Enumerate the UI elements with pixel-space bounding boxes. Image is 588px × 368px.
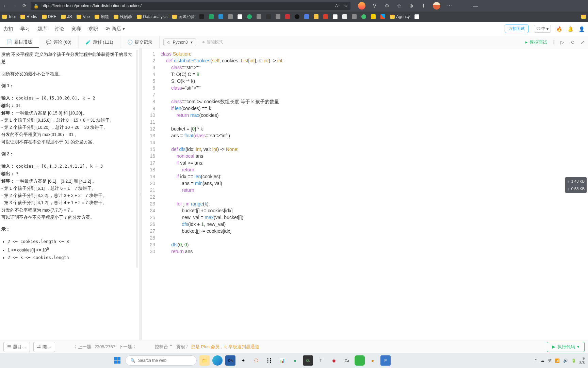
info-icon[interactable]: i xyxy=(553,40,554,45)
taskbar-app3-icon[interactable]: ┇┇ xyxy=(264,355,274,366)
taskbar-app2-icon[interactable]: ⎔ xyxy=(251,355,261,366)
taskbar-app4-icon[interactable]: 📊 xyxy=(277,355,287,366)
bookmark-icon-google[interactable] xyxy=(414,14,419,19)
address-bar[interactable]: 🔒 https://leetcode.cn/problems/fair-dist… xyxy=(31,2,350,10)
nav-discuss[interactable]: 讨论 xyxy=(54,26,64,32)
code-area[interactable]: class Solution: def distributeCookies(se… xyxy=(159,48,284,340)
more-icon[interactable]: ⋯ xyxy=(446,3,453,9)
taskbar-app10-icon[interactable]: P xyxy=(380,355,391,366)
bookmark-icon-y[interactable] xyxy=(314,14,318,19)
tray-lang-icon[interactable]: 英 xyxy=(548,358,552,363)
bookmark-js[interactable]: JS xyxy=(61,14,72,19)
mock-interview-button[interactable]: ▸ 模拟面试 xyxy=(525,39,547,45)
nav-problems[interactable]: 题库 xyxy=(37,26,47,32)
bookmark-shuati[interactable]: 刷题 xyxy=(95,14,109,20)
bookmark-icon-sheets[interactable] xyxy=(209,14,214,19)
taskbar-wechat-icon[interactable] xyxy=(355,355,365,366)
tab-solutions[interactable]: 🧪题解 (111) xyxy=(79,36,120,48)
bookmark-cankuqun[interactable]: 残酷群 xyxy=(114,14,132,20)
taskbar-store-icon[interactable]: 🛍 xyxy=(225,355,235,366)
bookmark-icon-red[interactable] xyxy=(285,14,290,19)
ext-v-icon[interactable]: V xyxy=(372,3,378,9)
bookmark-data-analysis[interactable]: Data analysis xyxy=(137,14,167,19)
downloads-icon[interactable]: ⭳ xyxy=(421,3,427,9)
reset-icon[interactable]: ⟲ xyxy=(570,40,574,45)
reader-icon[interactable]: A⁺ xyxy=(335,3,340,8)
taskbar-app5-icon[interactable]: ● xyxy=(290,355,300,366)
start-button[interactable] xyxy=(112,355,122,366)
bookmark-vue[interactable]: Vue xyxy=(77,14,90,19)
nav-store[interactable]: 🛍 商店 ▾ xyxy=(105,26,125,32)
taskbar-app1-icon[interactable]: ✦ xyxy=(238,355,248,366)
lang-toggle[interactable]: 🛡 中 ▾ xyxy=(534,25,551,33)
bookmark-icon-green2[interactable] xyxy=(361,14,366,19)
bookmark-icon-wiki[interactable] xyxy=(238,14,242,19)
collections-icon[interactable]: ⊕ xyxy=(408,3,414,9)
prev-problem-button[interactable]: 〈 上一题 xyxy=(72,344,91,350)
bookmark-tool[interactable]: Tool xyxy=(2,14,16,19)
bookmark-interview[interactable]: 面试经验 xyxy=(172,14,195,20)
bookmark-redis[interactable]: Redis xyxy=(20,14,37,19)
bookmark-icon-doc[interactable] xyxy=(342,14,347,19)
fire-icon[interactable]: 🔥 xyxy=(556,26,562,32)
run-icon[interactable]: ▷ xyxy=(560,40,564,45)
taskbar-clion-icon[interactable]: CL xyxy=(303,355,313,366)
bookmark-icon-misc1[interactable] xyxy=(228,14,233,19)
profile-avatar-icon[interactable] xyxy=(358,2,365,10)
tray-cloud-icon[interactable]: ☁ xyxy=(541,358,544,363)
taskbar-app8-icon[interactable]: 🗂 xyxy=(342,355,352,366)
tab-description[interactable]: 📄题目描述 xyxy=(0,36,39,48)
language-select[interactable]: ◇ Python3 ▾ xyxy=(163,39,196,46)
ext-cog-icon[interactable]: ⚙ xyxy=(384,3,390,9)
tray-wifi-icon[interactable]: 📶 xyxy=(555,358,560,363)
taskbar-edge-icon[interactable] xyxy=(212,355,223,366)
bookmark-icon-g[interactable] xyxy=(323,14,328,19)
taskbar-app9-icon[interactable]: ● xyxy=(368,355,378,366)
bookmark-icon-blue[interactable] xyxy=(304,14,309,19)
smart-mode-label[interactable]: 智能模式 xyxy=(202,39,223,45)
nav-refresh-icon[interactable]: ⟳ xyxy=(21,2,28,9)
nav-forward-icon[interactable]: → xyxy=(12,2,18,9)
tray-volume-icon[interactable]: 🔊 xyxy=(563,358,568,363)
bookmark-icon-misc3[interactable] xyxy=(276,14,280,19)
favorites-icon[interactable]: ✩ xyxy=(396,3,402,9)
panel-splitter[interactable]: ⋮ xyxy=(139,48,142,340)
expand-icon[interactable]: ⤢ xyxy=(581,40,585,45)
nav-jobs[interactable]: 求职 xyxy=(88,26,98,32)
problem-list-button[interactable]: ☰ 题目… xyxy=(3,342,30,352)
taskbar-app6-icon[interactable]: T xyxy=(316,355,326,366)
run-code-button[interactable]: ▶ 执行代码 ▾ xyxy=(547,342,585,352)
bell-icon[interactable]: 🔔 xyxy=(568,26,573,32)
bookmark-drf[interactable]: DRF xyxy=(42,14,56,19)
bookmark-icon-hack[interactable] xyxy=(371,14,376,19)
minimize-icon[interactable]: ― xyxy=(472,3,478,9)
random-button[interactable]: ⇄ 随… xyxy=(33,342,55,352)
user-icon[interactable]: 👤 xyxy=(579,26,585,32)
user-avatar-icon[interactable] xyxy=(433,2,440,10)
interview-button[interactable]: 力扣面试 xyxy=(505,25,528,33)
bookmark-overflow-icon[interactable] xyxy=(581,15,586,19)
bookmark-icon-ms[interactable] xyxy=(380,14,385,19)
next-problem-button[interactable]: 下一题 〉 xyxy=(119,344,138,350)
bookmark-icon-v[interactable] xyxy=(333,14,338,19)
tray-clock[interactable]: 9 8/3 xyxy=(579,356,585,365)
code-editor[interactable]: 1234567891011121314151617181920212223242… xyxy=(142,48,588,340)
nav-learn[interactable]: 学习 xyxy=(20,26,30,32)
star-icon[interactable]: ☆ xyxy=(344,3,348,8)
tab-comments[interactable]: 💬评论 (60) xyxy=(39,36,79,48)
nav-back-icon[interactable]: ← xyxy=(2,2,9,9)
scrollbar[interactable] xyxy=(136,50,138,268)
nav-contest[interactable]: 竞赛 xyxy=(71,26,81,32)
bookmark-icon-github[interactable] xyxy=(199,14,204,19)
taskbar-search[interactable]: 🔍 Search the web xyxy=(125,355,197,366)
nav-leetcode[interactable]: 力扣 xyxy=(3,26,13,32)
bookmark-icon-trello[interactable] xyxy=(218,14,223,19)
tray-battery-icon[interactable]: 🔋 xyxy=(571,358,576,363)
bookmark-icon-misc5[interactable] xyxy=(352,14,357,19)
tray-chonowon[interactable]: ⌃ xyxy=(534,358,537,363)
console-toggle[interactable]: 控制台 ⌃ xyxy=(155,344,173,350)
contribute-link[interactable]: 贡献 i xyxy=(176,344,187,350)
bookmark-icon-misc4[interactable] xyxy=(295,14,299,19)
bookmark-icon-misc2[interactable] xyxy=(257,14,261,19)
bookmark-icon-green[interactable] xyxy=(247,14,252,19)
